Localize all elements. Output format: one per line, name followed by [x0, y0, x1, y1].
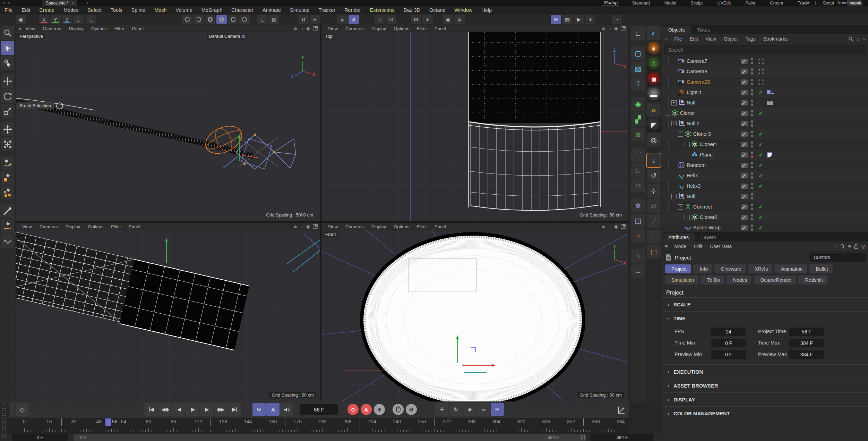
enable-toggle[interactable]: [757, 118, 765, 129]
text-object-icon[interactable]: T: [631, 77, 645, 91]
visibility-dots[interactable]: [751, 212, 753, 222]
pill-project[interactable]: Project: [665, 264, 691, 273]
enable-toggle[interactable]: ✓: [757, 87, 765, 97]
preview-max-field[interactable]: 384 F: [789, 350, 824, 359]
enable-toggle[interactable]: ✓: [757, 129, 765, 139]
menu-edit[interactable]: Edit: [17, 7, 35, 13]
hex-target-icon[interactable]: ◉: [443, 15, 453, 24]
section-color-management[interactable]: ›COLOR MANAGEMENT: [662, 406, 868, 420]
pan-hand-icon[interactable]: [293, 26, 298, 31]
menu-create[interactable]: Create: [35, 7, 59, 13]
am-hamburger-icon[interactable]: ≡: [662, 244, 670, 249]
visibility-dots[interactable]: [751, 191, 753, 202]
edit-badge[interactable]: [741, 222, 748, 232]
pen-primitives-tool[interactable]: [1, 186, 14, 200]
pill-animation[interactable]: Animation: [774, 264, 807, 273]
object-name[interactable]: Cloner: [680, 110, 695, 116]
edit-badge[interactable]: [741, 66, 748, 77]
edit-badge[interactable]: [741, 160, 748, 170]
enable-toggle[interactable]: ✓: [757, 181, 765, 191]
enable-toggle[interactable]: [757, 66, 765, 77]
edit-badge[interactable]: [741, 150, 748, 160]
rotate-view-icon[interactable]: ◉: [614, 224, 618, 229]
viewport-menu-item[interactable]: View: [18, 224, 36, 229]
sketch-tool[interactable]: [1, 234, 14, 248]
gumball-dot-icon[interactable]: [182, 15, 192, 24]
menu-simulate[interactable]: Simulate: [285, 7, 314, 13]
enable-toggle[interactable]: ✓: [757, 170, 765, 181]
visibility-dots[interactable]: [751, 150, 753, 160]
object-row[interactable]: +Cloner2✓: [662, 212, 868, 222]
right-viewport-canvas[interactable]: Grid Spacing : 50 cm: [16, 230, 320, 401]
gumball-alt-icon[interactable]: [239, 15, 250, 24]
object-name[interactable]: Light.1: [687, 90, 702, 95]
edit-badge[interactable]: [741, 191, 748, 202]
viewport-menu-icon[interactable]: ≡: [18, 26, 21, 31]
visibility-dots[interactable]: [751, 108, 753, 118]
target-light-preset-icon[interactable]: ◎: [647, 133, 661, 147]
go-to-start-button[interactable]: |◀: [145, 403, 158, 416]
go-to-end-button[interactable]: ▶|: [228, 403, 241, 416]
object-row[interactable]: −Cloner✓: [662, 108, 868, 118]
document-tab[interactable]: Space.c4d * ×: [42, 0, 77, 6]
object-row[interactable]: −Cloner3✓: [662, 129, 868, 139]
top-viewport-canvas[interactable]: Z X Top Grid Spacing : 50 cm: [321, 32, 628, 221]
section-scale[interactable]: ›SCALE: [662, 297, 868, 311]
viewport-menu-item[interactable]: Options: [84, 224, 107, 229]
lock-icon[interactable]: [854, 244, 858, 249]
workplane-mode-icon[interactable]: ▨: [269, 15, 279, 24]
pill-cineware[interactable]: Cineware: [714, 264, 746, 273]
transform-tool[interactable]: [1, 122, 14, 136]
section-display[interactable]: ›DISPLAY: [662, 392, 868, 406]
null-object-icon[interactable]: ∟: [631, 26, 645, 40]
pill-info[interactable]: Info: [693, 264, 712, 273]
menu-select[interactable]: Select: [83, 7, 106, 13]
time-min-field[interactable]: 0 F: [711, 339, 746, 347]
edit-badge[interactable]: [741, 108, 748, 118]
drop-to-floor-icon[interactable]: ↓: [647, 153, 661, 167]
visibility-dots[interactable]: [751, 66, 753, 77]
rotate-view-icon[interactable]: ◉: [306, 26, 310, 31]
record-options-button[interactable]: ⊘: [406, 404, 417, 415]
tree-expander[interactable]: −: [665, 111, 670, 116]
playhead[interactable]: [105, 418, 111, 426]
axis-modifier-icon[interactable]: ∟: [631, 163, 645, 177]
falloff-icon[interactable]: ◎: [375, 15, 385, 24]
swap-icon[interactable]: ⇄: [647, 199, 661, 213]
edit-badge[interactable]: [741, 77, 748, 87]
visibility-dots[interactable]: [751, 181, 753, 191]
pill-nodes[interactable]: Nodes: [727, 275, 751, 285]
fps-field[interactable]: 24: [711, 328, 746, 336]
viewport-menu-item[interactable]: Display: [62, 224, 84, 229]
range-start-field[interactable]: 0 F: [12, 434, 68, 441]
menu-tools[interactable]: Tools: [106, 7, 127, 13]
object-name[interactable]: Null: [687, 100, 695, 105]
viewport-menu-item[interactable]: Cameras: [342, 224, 368, 229]
key-position-button[interactable]: ✛: [435, 403, 448, 416]
object-name[interactable]: Cloner1: [700, 142, 717, 147]
object-name[interactable]: Null: [687, 194, 695, 199]
axis-gizmo-icon[interactable]: ∟: [73, 15, 84, 24]
target-icon[interactable]: ◎: [861, 244, 866, 249]
grid-icon[interactable]: #: [337, 15, 347, 24]
new-document-button[interactable]: +: [86, 1, 89, 6]
section-time[interactable]: ›TIME: [662, 311, 868, 325]
new-layouts-button[interactable]: New Layouts: [837, 0, 862, 5]
line-tool-icon[interactable]: ╱: [647, 214, 661, 228]
visibility-dots[interactable]: [751, 160, 753, 170]
preset-dropdown[interactable]: Custom: [809, 253, 866, 262]
timeline-drag-grip[interactable]: [1, 402, 7, 439]
preview-range-slider[interactable]: 0 F 384 F: [74, 434, 586, 441]
am-menu-edit[interactable]: Edit: [690, 244, 706, 249]
object-name[interactable]: Connect: [693, 204, 712, 210]
edit-badge[interactable]: [741, 181, 748, 191]
visibility-dots[interactable]: [751, 202, 753, 212]
reset-transform-icon[interactable]: ↺: [647, 169, 661, 183]
enable-toggle[interactable]: ✓: [757, 150, 765, 160]
sun-light-preset-icon[interactable]: ☼: [647, 103, 661, 117]
om-menu-bookmarks[interactable]: Bookmarks: [759, 36, 791, 42]
explosion-preset-icon[interactable]: ∗: [647, 42, 661, 56]
modeling-tool-icon[interactable]: ✎: [631, 249, 645, 263]
om-hamburger-icon[interactable]: ≡: [662, 36, 670, 42]
enable-toggle[interactable]: ✓: [757, 202, 765, 212]
